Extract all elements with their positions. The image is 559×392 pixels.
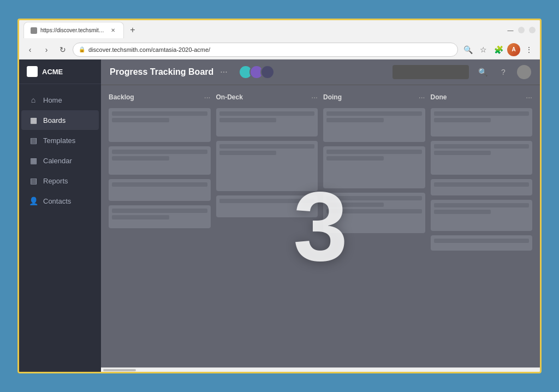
- tab-label: https://discover.techsmith.com/c...: [40, 27, 106, 33]
- kanban-board: Backlog ···: [101, 85, 540, 367]
- forward-button[interactable]: ›: [40, 43, 53, 56]
- window-controls: —: [507, 27, 536, 33]
- url-text: discover.techsmith.com/camtasia-2020-acm…: [88, 46, 210, 53]
- card-dn2[interactable]: [431, 141, 533, 175]
- profile-avatar[interactable]: A: [507, 43, 520, 56]
- column-title-done: Done: [431, 93, 447, 101]
- browser-chrome: https://discover.techsmith.com/c... ✕ + …: [19, 20, 540, 60]
- extensions-icon[interactable]: 🧩: [492, 43, 505, 56]
- scrollbar-thumb[interactable]: [103, 369, 136, 371]
- column-header-done: Done ···: [431, 93, 533, 102]
- sidebar-item-reports[interactable]: ▤ Reports: [21, 171, 99, 191]
- browser-window: https://discover.techsmith.com/c... ✕ + …: [17, 19, 542, 373]
- kanban-column-doing: Doing ···: [323, 93, 425, 360]
- card-dn4[interactable]: [431, 200, 533, 231]
- app-container: ACME ⌂ Home ▦ Boards ▤ Templates ▦ Calen…: [19, 60, 540, 372]
- sidebar-nav: ⌂ Home ▦ Boards ▤ Templates ▦ Calendar ▤: [19, 84, 101, 372]
- browser-titlebar: https://discover.techsmith.com/c... ✕ + …: [19, 20, 540, 40]
- sidebar-item-templates[interactable]: ▤ Templates: [21, 130, 99, 150]
- back-button[interactable]: ‹: [23, 43, 37, 56]
- new-tab-button[interactable]: +: [126, 23, 139, 37]
- menu-icon[interactable]: ⋮: [522, 43, 536, 56]
- card-b3[interactable]: [109, 179, 211, 201]
- column-header-doing: Doing ···: [323, 93, 425, 102]
- kanban-column-backlog: Backlog ···: [109, 93, 211, 360]
- close-button[interactable]: [529, 27, 536, 33]
- browser-scrollbar[interactable]: [101, 367, 540, 372]
- card-d2[interactable]: [323, 146, 425, 188]
- search-action-icon[interactable]: 🔍: [475, 65, 490, 79]
- column-menu-on-deck[interactable]: ···: [311, 93, 318, 102]
- lock-icon: 🔒: [79, 46, 85, 52]
- sidebar: ACME ⌂ Home ▦ Boards ▤ Templates ▦ Calen…: [19, 60, 101, 372]
- card-d3[interactable]: [323, 193, 425, 233]
- board-header: Progress Tracking Board ··· 🔍 ?: [101, 60, 540, 85]
- maximize-button[interactable]: [518, 27, 525, 33]
- logo-text: ACME: [42, 68, 63, 76]
- sidebar-label-boards: Boards: [43, 116, 66, 124]
- column-title-backlog: Backlog: [109, 93, 134, 101]
- bookmark-icon[interactable]: ☆: [477, 43, 490, 56]
- card-dn5[interactable]: [431, 235, 533, 251]
- sidebar-label-reports: Reports: [43, 177, 68, 185]
- card-b2[interactable]: [109, 146, 211, 175]
- address-bar[interactable]: 🔒 discover.techsmith.com/camtasia-2020-a…: [73, 43, 458, 57]
- board-search-input[interactable]: [393, 65, 469, 79]
- tab-close-button[interactable]: ✕: [109, 27, 117, 34]
- main-content: Progress Tracking Board ··· 🔍 ? B: [101, 60, 540, 372]
- column-menu-doing[interactable]: ···: [419, 93, 425, 102]
- boards-icon: ▦: [29, 116, 38, 124]
- minimize-button[interactable]: —: [507, 27, 514, 33]
- sidebar-item-boards[interactable]: ▦ Boards: [21, 110, 99, 130]
- column-menu-backlog[interactable]: ···: [204, 93, 211, 102]
- board-title: Progress Tracking Board: [110, 67, 213, 77]
- column-title-on-deck: On-Deck: [216, 93, 243, 101]
- sidebar-item-calendar[interactable]: ▦ Calendar: [21, 151, 99, 170]
- board-avatars: [239, 65, 275, 79]
- card-o1[interactable]: [216, 108, 318, 136]
- card-b4[interactable]: [109, 205, 211, 228]
- user-avatar[interactable]: [517, 65, 531, 79]
- card-o3[interactable]: [216, 195, 318, 217]
- logo-icon: [27, 66, 38, 77]
- search-icon[interactable]: 🔍: [461, 43, 474, 56]
- avatar-3: [260, 65, 275, 79]
- kanban-column-on-deck: On-Deck ···: [216, 93, 318, 360]
- sidebar-label-calendar: Calendar: [43, 157, 72, 165]
- sidebar-logo: ACME: [19, 60, 101, 84]
- column-menu-done[interactable]: ···: [526, 93, 532, 102]
- tab-favicon: [31, 27, 37, 34]
- reports-icon: ▤: [29, 176, 38, 185]
- toolbar-actions: 🔍 ☆ 🧩 A ⋮: [461, 43, 536, 56]
- refresh-button[interactable]: ↻: [56, 43, 69, 56]
- sidebar-item-contacts[interactable]: 👤 Contacts: [21, 191, 99, 211]
- column-header-backlog: Backlog ···: [109, 93, 211, 102]
- sidebar-label-contacts: Contacts: [43, 197, 71, 205]
- column-header-on-deck: On-Deck ···: [216, 93, 318, 102]
- tab-area: https://discover.techsmith.com/c... ✕ +: [23, 22, 504, 38]
- sidebar-label-templates: Templates: [43, 136, 75, 145]
- column-title-doing: Doing: [323, 93, 342, 101]
- sidebar-label-home: Home: [43, 96, 62, 104]
- home-icon: ⌂: [29, 96, 38, 104]
- sidebar-item-home[interactable]: ⌂ Home: [21, 90, 99, 110]
- contacts-icon: 👤: [29, 197, 38, 205]
- card-d1[interactable]: [323, 108, 425, 142]
- card-b1[interactable]: [109, 108, 211, 142]
- kanban-column-done: Done ···: [431, 93, 533, 360]
- card-dn3[interactable]: [431, 179, 533, 195]
- board-options-button[interactable]: ···: [220, 67, 227, 77]
- templates-icon: ▤: [29, 136, 38, 145]
- browser-toolbar: ‹ › ↻ 🔒 discover.techsmith.com/camtasia-…: [19, 40, 540, 60]
- calendar-icon: ▦: [29, 156, 38, 165]
- card-dn1[interactable]: [431, 108, 533, 136]
- help-action-icon[interactable]: ?: [496, 65, 510, 79]
- card-o2[interactable]: [216, 141, 318, 191]
- browser-tab[interactable]: https://discover.techsmith.com/c... ✕: [23, 22, 124, 38]
